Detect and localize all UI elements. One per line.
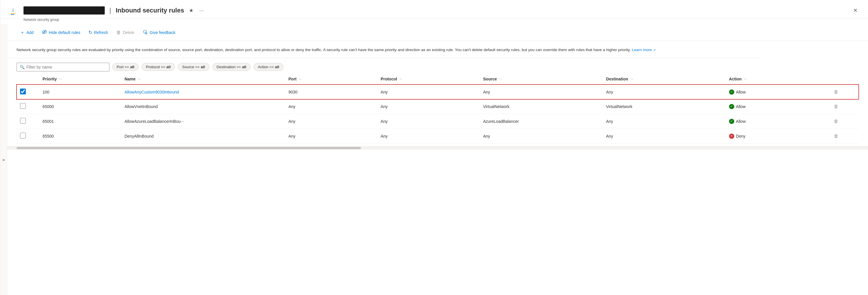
filter-action-value: all	[275, 65, 279, 69]
allow-icon: ✓	[729, 89, 734, 95]
resource-logo: ↓	[7, 5, 19, 16]
sidebar-chevron-icon: »	[3, 157, 5, 162]
filter-port-label: Port ==	[117, 65, 129, 69]
refresh-label: Refresh	[94, 30, 108, 35]
row-2-priority: 65001	[39, 114, 121, 129]
row-2-protocol: Any	[377, 114, 479, 129]
filter-pill-protocol[interactable]: Protocol == all	[142, 63, 175, 71]
feedback-icon: +	[143, 29, 148, 35]
row-3-checkbox-cell[interactable]	[17, 129, 39, 143]
row-2-checkbox-cell[interactable]	[17, 114, 39, 129]
row-1-port: Any	[285, 99, 377, 114]
row-3-delete-cell[interactable]: 🗑	[828, 129, 859, 143]
horizontal-scrollbar[interactable]	[7, 146, 868, 150]
row-0-name-link[interactable]: AllowAnyCustom9030Inbound	[124, 90, 179, 94]
resource-name-redacted	[24, 6, 105, 14]
col-header-protocol[interactable]: Protocol ↑↓	[377, 74, 479, 85]
row-3-destination: Any	[602, 129, 725, 143]
filter-source-label: Source ==	[182, 65, 199, 69]
row-2-name: AllowAzureLoadBalancerInBou···	[121, 114, 285, 129]
give-feedback-button[interactable]: + Give feedback	[139, 28, 179, 37]
col-header-destination[interactable]: Destination ↑↓	[602, 74, 725, 85]
table-container: Priority ↑↓ Name ↑↓ Port ↑↓	[7, 74, 868, 144]
row-1-name: AllowVnetInBound	[121, 99, 285, 114]
row-0-delete-button[interactable]: 🗑	[832, 88, 841, 96]
row-3-source: Any	[479, 129, 602, 143]
col-checkbox	[17, 74, 39, 85]
row-2-delete-cell[interactable]: 🗑	[828, 114, 859, 129]
table-row: 65001 AllowAzureLoadBalancerInBou··· Any…	[17, 114, 859, 129]
col-header-source[interactable]: Source ↑↓	[479, 74, 602, 85]
row-1-delete-cell[interactable]: 🗑	[828, 99, 859, 114]
filter-pill-action[interactable]: Action == all	[253, 63, 283, 71]
row-0-action: ✓ Allow	[725, 85, 828, 99]
description-text: Network security group security rules ar…	[17, 48, 631, 52]
col-header-port[interactable]: Port ↑↓	[285, 74, 377, 85]
filter-action-label: Action ==	[258, 65, 274, 69]
filter-pill-port[interactable]: Port == all	[112, 63, 139, 71]
row-1-priority: 65000	[39, 99, 121, 114]
row-0-delete-cell[interactable]: 🗑	[828, 85, 859, 99]
refresh-button[interactable]: ↻ Refresh	[85, 28, 112, 37]
filter-search-container[interactable]: 🔍	[17, 63, 110, 71]
filter-port-value: all	[130, 65, 134, 69]
row-3-protocol: Any	[377, 129, 479, 143]
row-1-delete-button[interactable]: 🗑	[832, 103, 841, 110]
row-1-checkbox-cell[interactable]	[17, 99, 39, 114]
row-2-delete-button[interactable]: 🗑	[832, 118, 841, 125]
more-options-button[interactable]: ···	[198, 6, 205, 15]
header-actions: ✕	[852, 6, 859, 15]
sort-port-icon: ↑↓	[299, 78, 302, 81]
svg-text:+: +	[146, 32, 147, 34]
row-2-checkbox[interactable]	[20, 118, 26, 124]
table-row: 65000 AllowVnetInBound Any Any VirtualNe…	[17, 99, 859, 114]
col-header-name[interactable]: Name ↑↓	[121, 74, 285, 85]
add-button[interactable]: ＋ Add	[17, 28, 37, 37]
sidebar-toggle-area[interactable]: »	[0, 24, 7, 295]
panel-header: ↓ | Inbound security rules ★ ··· ✕	[0, 0, 868, 19]
allow-icon: ✓	[729, 119, 734, 124]
filter-destination-label: Destination ==	[217, 65, 241, 69]
hide-default-rules-button[interactable]: Hide default rules	[38, 28, 84, 37]
delete-button[interactable]: 🗑 Delete	[113, 28, 138, 37]
logo-line-blue	[11, 14, 14, 15]
logo-arrow-icon: ↓	[11, 6, 15, 12]
refresh-icon: ↻	[89, 30, 92, 35]
row-3-delete-button[interactable]: 🗑	[832, 132, 841, 140]
row-0-checkbox-cell[interactable]	[17, 85, 39, 99]
col-header-action[interactable]: Action ↑↓	[725, 74, 828, 85]
row-1-source: VirtualNetwork	[479, 99, 602, 114]
row-0-action-allow: ✓ Allow	[729, 89, 825, 95]
row-2-port: Any	[285, 114, 377, 129]
row-2-action: ✓ Allow	[725, 114, 828, 129]
learn-more-link[interactable]: Learn more	[632, 48, 652, 52]
external-link-icon: ↗	[653, 48, 656, 52]
security-rules-table: Priority ↑↓ Name ↑↓ Port ↑↓	[17, 74, 859, 144]
filter-protocol-value: all	[166, 65, 170, 69]
delete-label: Delete	[123, 30, 134, 35]
filter-pill-destination[interactable]: Destination == all	[212, 63, 251, 71]
filter-source-value: all	[201, 65, 205, 69]
scrollbar-thumb[interactable]	[17, 147, 361, 149]
row-0-checkbox[interactable]	[20, 89, 26, 94]
col-header-priority[interactable]: Priority ↑↓	[39, 74, 121, 85]
sort-protocol-icon: ↑↓	[400, 78, 402, 81]
row-2-source: AzureLoadBalancer	[479, 114, 602, 129]
panel-title-row: | Inbound security rules ★ ···	[24, 6, 205, 15]
row-1-checkbox[interactable]	[20, 103, 26, 109]
row-3-action-label: Deny	[736, 134, 746, 139]
search-input[interactable]	[26, 65, 106, 69]
ellipsis-icon: ···	[199, 7, 204, 13]
close-button[interactable]: ✕	[852, 6, 859, 15]
row-1-action-allow: ✓ Allow	[729, 104, 825, 109]
sort-source-icon: ↑↓	[499, 78, 502, 81]
filter-destination-value: all	[242, 65, 246, 69]
content-area: ＋ Add Hide default rules ↻ Refr	[7, 24, 868, 295]
favorite-button[interactable]: ★	[188, 6, 195, 15]
row-0-name[interactable]: AllowAnyCustom9030Inbound	[121, 85, 285, 99]
row-3-checkbox[interactable]	[20, 133, 26, 139]
toolbar: ＋ Add Hide default rules ↻ Refr	[7, 24, 868, 41]
filter-pill-source[interactable]: Source == all	[178, 63, 209, 71]
row-0-priority: 100	[39, 85, 121, 99]
allow-icon: ✓	[729, 104, 734, 109]
